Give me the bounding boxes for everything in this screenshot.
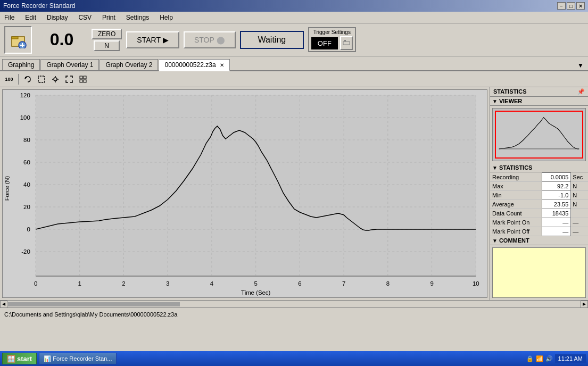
stat-row-average: Average 23.55 N [490, 200, 588, 209]
svg-text:Time (Sec): Time (Sec) [241, 289, 270, 296]
window-title: Force Recorder Standard [3, 2, 75, 10]
svg-text:6: 6 [298, 280, 301, 287]
svg-text:4: 4 [210, 280, 213, 287]
status-text: C:\Documents and Settings\qlab\My Docume… [4, 311, 177, 318]
waiting-button[interactable]: Waiting [240, 31, 304, 49]
close-button[interactable]: ✕ [576, 2, 585, 10]
svg-marker-7 [25, 77, 27, 79]
menu-file[interactable]: File [2, 13, 16, 22]
viewer-section-header: ▼ VIEWER [490, 97, 588, 106]
tab-graph-overlay-1[interactable]: Graph Overlay 1 [40, 59, 99, 70]
menu-settings[interactable]: Settings [124, 13, 151, 22]
svg-text:5: 5 [254, 280, 258, 287]
cursor-button[interactable] [77, 73, 89, 85]
svg-text:0: 0 [27, 226, 30, 232]
svg-rect-12 [80, 80, 82, 82]
horizontal-scrollbar[interactable]: ◀ ▶ [0, 300, 588, 307]
trigger-icon-button[interactable] [340, 36, 353, 50]
stat-row-max: Max 92.2 N [490, 182, 588, 191]
viewer-collapse-button[interactable]: ▼ [492, 98, 498, 104]
stop-button[interactable]: STOP ⬤ [184, 31, 236, 48]
stat-row-mark-off: Mark Point Off — — [490, 227, 588, 236]
stats-collapse-button[interactable]: ▼ [492, 165, 498, 171]
svg-text:60: 60 [23, 159, 30, 165]
svg-text:7: 7 [342, 280, 345, 287]
tab-dropdown-button[interactable]: ▼ [575, 61, 586, 70]
comment-section-header: ▼ COMMENT [490, 236, 588, 245]
taskbar-network-icon: 📶 [536, 355, 543, 362]
stat-row-min: Min -1.0 N [490, 191, 588, 200]
open-file-button[interactable] [4, 26, 32, 54]
svg-text:Force (N): Force (N) [4, 176, 10, 201]
viewer-box[interactable] [492, 108, 586, 161]
svg-rect-13 [84, 80, 86, 82]
stat-row-recording: Recording 0.0005 Sec [490, 173, 588, 182]
menu-print[interactable]: Print [100, 13, 118, 22]
trigger-label: Trigger Settings [311, 29, 353, 35]
trigger-off-button[interactable]: OFF [311, 37, 338, 49]
tab-close-button[interactable]: ✕ [220, 62, 224, 68]
menu-bar: File Edit Display CSV Print Settings Hel… [0, 12, 588, 23]
svg-text:120: 120 [20, 92, 30, 98]
menu-csv[interactable]: CSV [76, 13, 94, 22]
scroll-right-button[interactable]: ▶ [581, 301, 588, 308]
comment-textarea[interactable] [493, 248, 585, 297]
svg-text:2: 2 [122, 280, 125, 287]
svg-rect-1 [12, 37, 18, 39]
toolbar-separator-1 [18, 74, 19, 85]
svg-rect-56 [499, 112, 579, 157]
svg-text:9: 9 [430, 280, 433, 287]
toolbar: 0.0 ZERO N START ▶ STOP ⬤ Waiting Trigge… [0, 23, 588, 56]
tab-file[interactable]: 00000000522.z3a ✕ [159, 59, 229, 71]
window-controls: − □ ✕ [557, 2, 585, 10]
svg-text:20: 20 [23, 204, 30, 210]
statistics-panel: STATISTICS 📌 ▼ VIEWER ▼ STATISTICS [490, 87, 588, 300]
statistics-table: Recording 0.0005 Sec Max 92.2 N Min -1.0… [490, 172, 588, 236]
main-content: 120 100 80 60 40 20 0 -20 0 1 2 3 4 5 6 … [0, 87, 588, 300]
svg-rect-11 [84, 76, 86, 79]
maximize-button[interactable]: □ [567, 2, 575, 10]
menu-edit[interactable]: Edit [23, 13, 38, 22]
zero-unit-block: ZERO N [92, 29, 122, 51]
pan-button[interactable] [49, 73, 61, 85]
comment-collapse-button[interactable]: ▼ [492, 238, 498, 244]
minimize-button[interactable]: − [557, 2, 566, 10]
title-bar: Force Recorder Standard − □ ✕ [0, 0, 588, 12]
svg-point-9 [54, 78, 57, 81]
stop-icon: ⬤ [217, 36, 225, 44]
start-menu-button[interactable]: 🪟 start [2, 353, 37, 364]
zoom-100-button[interactable]: 100 [3, 73, 15, 85]
trigger-settings-block: Trigger Settings OFF [308, 27, 356, 52]
zero-button[interactable]: ZERO [92, 29, 122, 39]
icon-toolbar: 100 [0, 71, 588, 87]
scroll-track[interactable] [8, 302, 580, 306]
comment-area[interactable] [492, 247, 586, 298]
zoom-fit-button[interactable] [63, 73, 75, 85]
svg-text:3: 3 [166, 280, 169, 287]
start-button[interactable]: START ▶ [126, 31, 179, 48]
scroll-thumb[interactable] [8, 302, 180, 306]
stat-row-data-count: Data Count 18435 [490, 209, 588, 218]
tab-graph-overlay-2[interactable]: Graph Overlay 2 [100, 59, 158, 70]
tab-graphing[interactable]: Graphing [2, 59, 40, 70]
taskbar: 🪟 start 📊 Force Recorder Stan... 🔒 📶 🔊 1… [0, 351, 588, 366]
svg-rect-6 [344, 40, 346, 41]
start-windows-icon: 🪟 [7, 355, 15, 363]
force-value-display: 0.0 [40, 30, 83, 49]
stats-pin-icon[interactable]: 📌 [577, 88, 585, 95]
taskbar-app-icon: 📊 [44, 355, 51, 362]
stats-section-header: ▼ STATISTICS [490, 163, 588, 172]
graph-container: 120 100 80 60 40 20 0 -20 0 1 2 3 4 5 6 … [2, 89, 487, 298]
svg-rect-10 [80, 76, 82, 79]
select-button[interactable] [36, 73, 47, 85]
undo-button[interactable] [22, 73, 34, 85]
taskbar-lock-icon: 🔒 [526, 355, 534, 362]
taskbar-app-button[interactable]: 📊 Force Recorder Stan... [39, 353, 117, 364]
menu-help[interactable]: Help [158, 13, 175, 22]
menu-display[interactable]: Display [45, 13, 70, 22]
scroll-left-button[interactable]: ◀ [0, 301, 7, 308]
start-arrow-icon: ▶ [163, 36, 169, 44]
stat-row-mark-on: Mark Point On — — [490, 218, 588, 227]
graph-svg[interactable]: 120 100 80 60 40 20 0 -20 0 1 2 3 4 5 6 … [3, 90, 487, 297]
viewer-inner [495, 111, 583, 159]
